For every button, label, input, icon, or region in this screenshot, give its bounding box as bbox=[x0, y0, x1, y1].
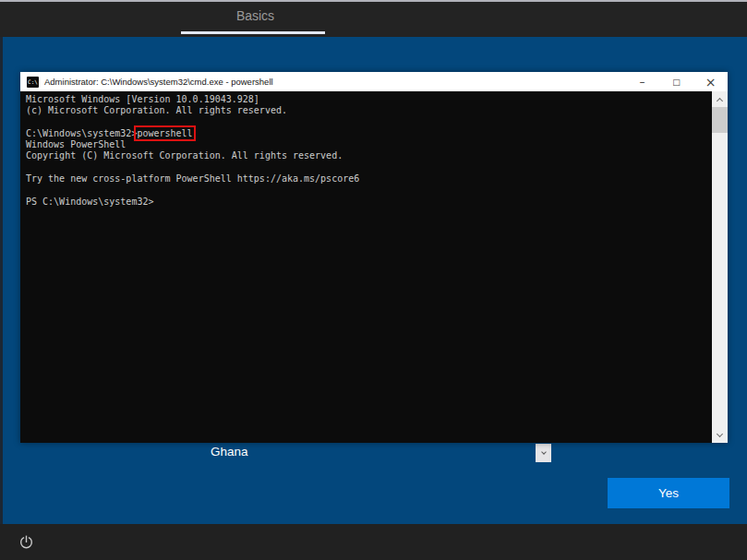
bottom-bar bbox=[0, 524, 747, 560]
scroll-up-button[interactable] bbox=[712, 92, 728, 106]
window-controls: – □ × bbox=[625, 72, 728, 91]
console-line: Try the new cross-platform PowerShell ht… bbox=[26, 173, 712, 185]
console-line: Windows PowerShell bbox=[26, 139, 712, 150]
console-line: PS C:\Windows\system32> bbox=[26, 197, 712, 208]
console-line bbox=[26, 162, 712, 173]
region-list-item-ghana[interactable]: Ghana bbox=[211, 445, 248, 459]
close-button[interactable]: × bbox=[693, 72, 728, 91]
left-edge-border bbox=[0, 37, 3, 524]
console-line: Copyright (C) Microsoft Corporation. All… bbox=[26, 150, 712, 161]
chevron-down-icon bbox=[541, 449, 547, 455]
yes-button[interactable]: Yes bbox=[608, 478, 729, 508]
cmd-window: C:\ Administrator: C:\Windows\system32\c… bbox=[20, 72, 728, 443]
maximize-button[interactable]: □ bbox=[659, 72, 693, 91]
console-scrollbar[interactable] bbox=[712, 91, 728, 443]
cmd-icon: C:\ bbox=[27, 77, 39, 88]
console-line bbox=[26, 117, 712, 128]
scrollbar-thumb[interactable] bbox=[712, 107, 728, 133]
tab-basics: Basics bbox=[0, 8, 511, 23]
tab-underline bbox=[181, 31, 325, 34]
chevron-up-icon bbox=[717, 97, 723, 103]
power-button[interactable] bbox=[18, 534, 34, 550]
header-bar: Basics bbox=[0, 0, 747, 37]
console-line: C:\Windows\system32>powershell bbox=[26, 128, 712, 139]
cmd-titlebar[interactable]: C:\ Administrator: C:\Windows\system32\c… bbox=[20, 72, 728, 91]
window-title: Administrator: C:\Windows\system32\cmd.e… bbox=[44, 77, 273, 87]
console-output[interactable]: Microsoft Windows [Version 10.0.19043.92… bbox=[20, 91, 712, 443]
oobe-screen: Basics Ghana Yes C:\ Administrator: C:\W… bbox=[0, 0, 747, 560]
scroll-down-button[interactable] bbox=[712, 428, 728, 442]
top-hairline bbox=[0, 0, 747, 2]
highlight-box: powershell bbox=[137, 128, 192, 138]
chevron-down-icon bbox=[717, 431, 723, 437]
console-line bbox=[26, 185, 712, 196]
region-list-scroll-down-button[interactable] bbox=[536, 444, 551, 462]
console-line: Microsoft Windows [Version 10.0.19043.92… bbox=[26, 94, 712, 105]
power-icon bbox=[18, 534, 34, 550]
console-line: (c) Microsoft Corporation. All rights re… bbox=[26, 105, 712, 116]
minimize-button[interactable]: – bbox=[625, 72, 659, 91]
